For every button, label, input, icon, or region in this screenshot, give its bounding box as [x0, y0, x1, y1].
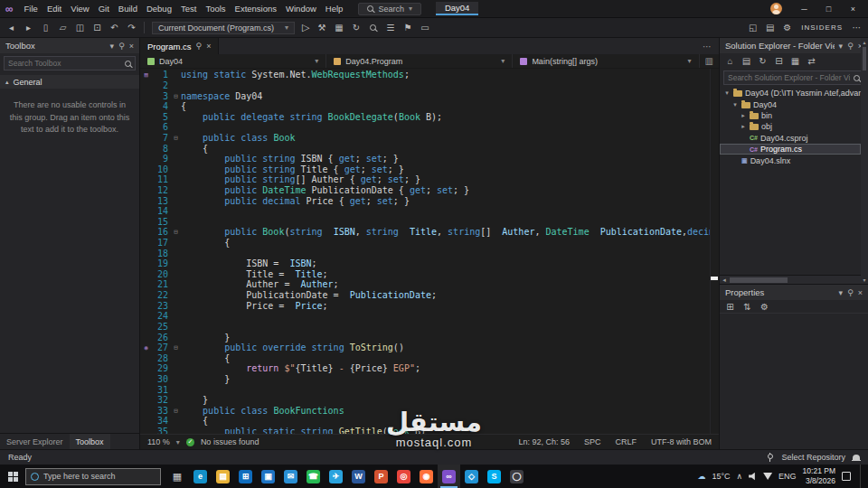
minimize-button[interactable]: ─: [793, 0, 816, 17]
bookmark-icon[interactable]: ⚑: [402, 23, 412, 33]
tree-item-6[interactable]: C#Program.cs: [720, 144, 861, 155]
code-line-29[interactable]: 29 return $"{Title} - {Price} EGP";: [140, 363, 719, 374]
taskbar-app-word[interactable]: W: [347, 465, 370, 488]
taskbar-app-telegram[interactable]: ✈: [325, 465, 347, 488]
navigate-menu-icon[interactable]: ☰: [385, 23, 395, 33]
show-desktop-button[interactable]: [860, 465, 864, 488]
taskbar-app-visual-studio[interactable]: ∞: [438, 465, 460, 488]
taskbar-app-mail[interactable]: ✉: [279, 465, 302, 488]
taskbar-app-powerpoint[interactable]: P: [370, 465, 392, 488]
menu-view[interactable]: View: [66, 3, 93, 14]
navigate-forward-icon[interactable]: ▸: [24, 23, 33, 33]
start-without-debugging-button[interactable]: ▷: [302, 22, 309, 33]
taskbar-app-obs[interactable]: ◯: [505, 465, 528, 488]
taskbar-app-chrome[interactable]: ◎: [392, 465, 415, 488]
redo-icon[interactable]: ↷: [127, 23, 137, 33]
settings-icon[interactable]: ⚙: [782, 23, 792, 33]
debug-target-icon[interactable]: ▦: [334, 23, 344, 33]
indentation-label[interactable]: SPC: [584, 437, 601, 446]
code-line-33[interactable]: 33⊟ public class BookFunctions: [140, 406, 719, 417]
code-line-26[interactable]: 26 }: [140, 332, 719, 343]
tree-item-2[interactable]: ▾Day04: [720, 99, 861, 109]
save-all-icon[interactable]: ⊡: [92, 23, 102, 33]
taskbar-app-vscode[interactable]: ◇: [460, 465, 483, 488]
breadcrumb-segment-1[interactable]: Day04▾: [140, 54, 326, 68]
code-line-5[interactable]: 5 public delegate string BookDelegate(Bo…: [140, 111, 719, 122]
scroll-up-icon[interactable]: ▴: [863, 39, 865, 45]
solution-explorer-search[interactable]: [723, 70, 864, 85]
code-line-20[interactable]: 20 Title = _Title;: [140, 269, 719, 280]
code-line-25[interactable]: 25: [140, 322, 719, 333]
encoding-label[interactable]: UTF-8 with BOM: [651, 437, 712, 446]
code-line-17[interactable]: 17 {: [140, 238, 719, 249]
fold-collapse-icon[interactable]: ⊟: [171, 228, 181, 236]
code-line-15[interactable]: 15: [140, 217, 719, 228]
taskbar-app-photos[interactable]: ▣: [257, 465, 279, 488]
language-indicator[interactable]: ENG: [778, 472, 797, 481]
pin-icon[interactable]: ⚲: [847, 288, 854, 297]
chevron-down-icon[interactable]: ▾: [110, 42, 115, 51]
sync-with-active-document-icon[interactable]: ⇄: [807, 56, 816, 66]
menu-tools[interactable]: Tools: [201, 3, 230, 14]
chevron-down-icon[interactable]: ▾: [839, 42, 844, 51]
current-document-dropdown[interactable]: Current Document (Program.cs) ▾: [152, 22, 295, 34]
code-line-28[interactable]: 28 {: [140, 352, 719, 363]
taskbar-app-microsoft-store[interactable]: ⊞: [234, 465, 257, 488]
toolbox-search-input[interactable]: [8, 59, 121, 68]
scroll-down-icon[interactable]: ▾: [863, 277, 865, 283]
close-icon[interactable]: ×: [858, 288, 863, 297]
close-tab-icon[interactable]: ×: [206, 42, 211, 51]
se-horizontal-scrollbar[interactable]: ◂ ▸: [720, 275, 868, 284]
notifications-bell-icon[interactable]: [853, 455, 860, 461]
code-line-13[interactable]: 13 public decimal Price { get; set; }: [140, 195, 719, 206]
collapse-all-icon[interactable]: ⊟: [774, 56, 784, 66]
scroll-left-icon[interactable]: ◂: [720, 277, 729, 284]
fold-collapse-icon[interactable]: ⊟: [171, 134, 181, 142]
toolbar-overflow-icon[interactable]: ⋯: [852, 23, 862, 33]
menu-edit[interactable]: Edit: [42, 3, 66, 14]
solution-name-badge[interactable]: Day04: [436, 2, 478, 15]
code-line-35[interactable]: 35 public static string GetTitle(Book B): [140, 427, 719, 434]
open-file-icon[interactable]: ▱: [58, 23, 68, 33]
issues-label[interactable]: No issues found: [201, 437, 259, 446]
volume-icon[interactable]: [749, 473, 757, 481]
action-center-icon[interactable]: [842, 472, 851, 481]
find-in-files-icon[interactable]: [368, 24, 378, 31]
menu-debug[interactable]: Debug: [142, 3, 176, 14]
fold-collapse-icon[interactable]: ⊟: [171, 407, 181, 415]
clock[interactable]: 10:21 PM 3/8/2026: [803, 466, 835, 485]
fold-collapse-icon[interactable]: ⊟: [171, 343, 181, 352]
taskbar-app-edge[interactable]: e: [189, 465, 212, 488]
hidden-icons-chevron-icon[interactable]: ∧: [737, 472, 743, 481]
menu-window[interactable]: Window: [281, 3, 321, 14]
tree-item-3[interactable]: ▸bin: [720, 110, 861, 121]
git-branch-icon[interactable]: [767, 453, 774, 462]
window-layout-icon[interactable]: ▤: [765, 23, 775, 33]
split-editor-icon[interactable]: ▥: [700, 54, 719, 68]
close-button[interactable]: ×: [842, 0, 864, 17]
tree-item-4[interactable]: ▸obj: [720, 121, 861, 132]
code-line-11[interactable]: 11 public string[] Auther { get; set; }: [140, 174, 719, 185]
menu-help[interactable]: Help: [321, 3, 348, 14]
weather-temperature[interactable]: 15°C: [712, 472, 730, 481]
save-icon[interactable]: ◫: [75, 23, 85, 33]
code-line-19[interactable]: 19 ISBN = _ISBN;: [140, 258, 719, 269]
pin-icon[interactable]: ⚲: [847, 42, 854, 51]
maximize-button[interactable]: □: [817, 0, 840, 17]
code-editor[interactable]: ▤1using static System.Net.WebRequestMeth…: [140, 69, 719, 434]
code-line-32[interactable]: 32 }: [140, 395, 719, 406]
show-all-files-icon[interactable]: ▦: [790, 56, 800, 66]
new-file-icon[interactable]: ▯: [41, 23, 51, 33]
tool-tab-toolbox[interactable]: Toolbox: [70, 434, 110, 449]
task-view-icon[interactable]: ▦: [165, 471, 189, 483]
code-line-18[interactable]: 18: [140, 248, 719, 258]
scrollbar-thumb[interactable]: [711, 277, 718, 280]
menu-extensions[interactable]: Extensions: [231, 3, 281, 14]
code-line-16[interactable]: 16⊟ public Book(string _ISBN, string _Ti…: [140, 227, 719, 238]
code-line-6[interactable]: 6: [140, 122, 719, 133]
toolbox-section-general[interactable]: ▴ General: [0, 75, 139, 89]
menu-build[interactable]: Build: [114, 3, 142, 14]
code-line-8[interactable]: 8 {: [140, 143, 719, 154]
code-line-14[interactable]: 14: [140, 206, 719, 217]
network-icon[interactable]: [763, 473, 772, 480]
